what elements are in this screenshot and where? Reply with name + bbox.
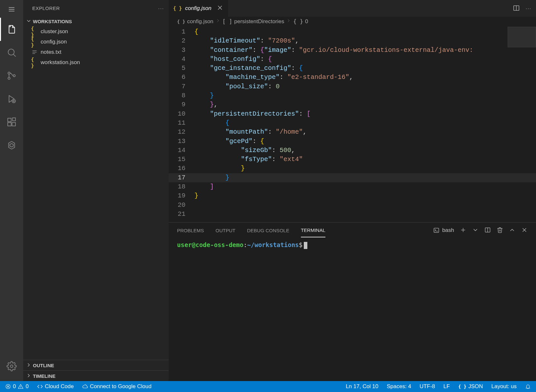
line-number: 8 [169, 91, 194, 100]
cloud-icon [82, 384, 88, 389]
code-editor[interactable]: 1{2 "idleTimeout": "7200s",3 "container"… [169, 26, 536, 222]
status-bar: 0 0 Cloud Code Connect to Google Cloud L… [0, 381, 536, 392]
workspace-header[interactable]: WORKSTATIONS [23, 16, 169, 26]
svg-marker-16 [9, 141, 15, 149]
explorer-title: EXPLORER [32, 5, 60, 11]
code-line[interactable]: 16 } [169, 164, 536, 173]
activity-search[interactable] [0, 41, 23, 64]
line-number: 7 [169, 82, 194, 91]
svg-rect-13 [8, 122, 11, 126]
code-line[interactable]: 17 } [169, 173, 536, 182]
close-icon[interactable] [216, 4, 223, 13]
activity-run-debug[interactable] [0, 87, 23, 110]
code-line[interactable]: 10 "persistentDirectories": [ [169, 110, 536, 119]
panel-tab-problems[interactable]: PROBLEMS [177, 224, 204, 237]
code-line[interactable]: 12 "mountPath": "/home", [169, 128, 536, 137]
breadcrumbs[interactable]: { }config.json[ ]persistentDirectories{ … [169, 17, 536, 26]
code-line[interactable]: 5 "gce_instance_config": { [169, 64, 536, 73]
panel-tab-output[interactable]: OUTPUT [215, 224, 235, 237]
svg-point-18 [10, 365, 13, 368]
close-panel-icon[interactable] [521, 227, 528, 234]
split-editor-icon[interactable] [513, 5, 520, 13]
code-line[interactable]: 21 [169, 210, 536, 219]
status-encoding[interactable]: UTF-8 [418, 383, 436, 390]
code-line[interactable]: 20 [169, 201, 536, 210]
svg-marker-17 [10, 144, 14, 147]
activity-extensions[interactable] [0, 110, 23, 134]
breadcrumb-item[interactable]: { }config.json [177, 18, 213, 25]
line-number: 10 [169, 110, 194, 119]
activity-explorer[interactable] [0, 18, 23, 41]
code-line[interactable]: 13 "gcePd": { [169, 137, 536, 146]
terminal-dropdown-icon[interactable] [472, 227, 479, 234]
activity-source-control[interactable] [0, 64, 23, 87]
terminal-cursor [304, 242, 307, 249]
explorer-sidebar: EXPLORER ··· WORKSTATIONS { }cluster.jso… [23, 0, 169, 381]
code-line[interactable]: 19} [169, 191, 536, 200]
new-terminal-icon[interactable] [460, 227, 466, 234]
code-line[interactable]: 4 "host_config": { [169, 55, 536, 64]
panel-tab-debug-console[interactable]: DEBUG CONSOLE [247, 224, 289, 237]
file-item[interactable]: { }config.json [23, 37, 169, 47]
code-line[interactable]: 18 ] [169, 182, 536, 191]
tab-more-icon[interactable]: ··· [526, 6, 531, 11]
activity-bar [0, 0, 23, 381]
line-number: 14 [169, 146, 194, 155]
explorer-more-icon[interactable]: ··· [158, 5, 164, 11]
status-notifications[interactable] [524, 384, 532, 389]
code-line[interactable]: 7 "pool_size": 0 [169, 82, 536, 91]
activity-manage[interactable] [0, 355, 23, 378]
line-number: 19 [169, 191, 194, 200]
shell-name: bash [442, 227, 454, 234]
json-icon: { } [458, 384, 466, 389]
status-cloud-code[interactable]: Cloud Code [36, 383, 75, 390]
svg-rect-15 [13, 118, 15, 121]
status-layout[interactable]: Layout: us [490, 383, 518, 390]
json-icon: { } [31, 28, 38, 35]
code-line[interactable]: 6 "machine_type": "e2-standard-16", [169, 73, 536, 82]
app-menu-button[interactable] [0, 2, 23, 16]
code-line[interactable]: 8 } [169, 91, 536, 100]
panel-tab-terminal[interactable]: TERMINAL [301, 224, 325, 237]
breadcrumb-item[interactable]: [ ]persistentDirectories [223, 18, 284, 25]
file-item[interactable]: { }cluster.json [23, 26, 169, 37]
status-eol[interactable]: LF [442, 383, 451, 390]
line-number: 11 [169, 119, 194, 128]
split-terminal-icon[interactable] [484, 227, 491, 234]
panel-tabs: PROBLEMSOUTPUTDEBUG CONSOLETERMINAL bash [169, 223, 536, 238]
terminal[interactable]: user@code-oss-demo:~/workstations$ [169, 238, 536, 381]
status-language[interactable]: { } JSON [457, 383, 484, 390]
activity-cloud-code[interactable] [0, 134, 23, 157]
code-line[interactable]: 1{ [169, 27, 536, 36]
terminal-user: user@code-oss-demo [177, 241, 243, 248]
code-line[interactable]: 9 }, [169, 100, 536, 109]
outline-section[interactable]: OUTLINE [23, 360, 169, 370]
cloud-code-icon [37, 384, 43, 389]
status-connect-gcloud[interactable]: Connect to Google Cloud [81, 383, 153, 390]
terminal-profile-icon [433, 227, 440, 234]
kill-terminal-icon[interactable] [497, 227, 503, 234]
code-line[interactable]: 3 "container": {"image": "gcr.io/cloud-w… [169, 46, 536, 55]
line-number: 1 [169, 27, 194, 36]
timeline-section[interactable]: TIMELINE [23, 370, 169, 381]
line-number: 18 [169, 182, 194, 191]
tab-config-json[interactable]: { } config.json [169, 0, 228, 17]
line-number: 13 [169, 137, 194, 146]
minimap[interactable] [508, 27, 536, 47]
code-line[interactable]: 2 "idleTimeout": "7200s", [169, 36, 536, 45]
code-line[interactable]: 11 { [169, 119, 536, 128]
file-name: notes.txt [41, 49, 61, 55]
maximize-panel-icon[interactable] [509, 227, 515, 234]
file-item[interactable]: { }workstation.json [23, 57, 169, 68]
file-item[interactable]: notes.txt [23, 47, 169, 57]
code-line[interactable]: 14 "sizeGb": 500, [169, 146, 536, 155]
line-number: 16 [169, 164, 194, 173]
line-number: 21 [169, 210, 194, 219]
code-line[interactable]: 15 "fsType": "ext4" [169, 155, 536, 164]
terminal-shell-picker[interactable]: bash [433, 227, 454, 234]
line-number: 3 [169, 46, 194, 55]
status-line-col[interactable]: Ln 17, Col 10 [344, 383, 380, 390]
status-indent[interactable]: Spaces: 4 [385, 383, 412, 390]
status-errors[interactable]: 0 0 [4, 383, 30, 390]
breadcrumb-item[interactable]: { }0 [293, 18, 308, 25]
